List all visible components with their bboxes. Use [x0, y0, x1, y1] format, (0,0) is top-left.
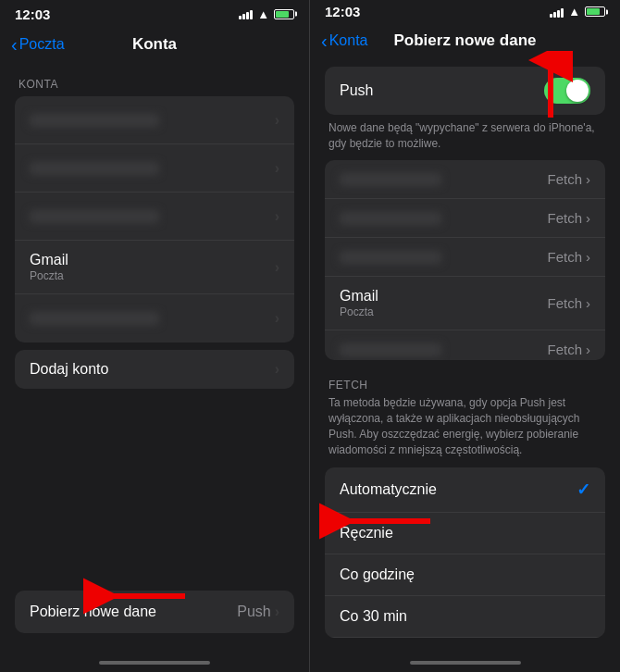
- fetch-option-30min-label: Co 30 min: [340, 608, 407, 625]
- checkmark-icon: ✓: [577, 479, 590, 500]
- toggle-thumb: [566, 80, 589, 102]
- account-row-2[interactable]: ›: [15, 144, 294, 193]
- home-indicator-right: [310, 645, 620, 672]
- fetch-section-label: FETCH: [310, 371, 620, 395]
- section-label-accounts: KONTA: [0, 67, 309, 96]
- account-row-1[interactable]: ›: [15, 96, 294, 144]
- fetch-label-1: Fetch ›: [547, 171, 590, 187]
- push-toggle[interactable]: [544, 78, 590, 104]
- account-blurred-3: [30, 210, 159, 223]
- r-account-row-1[interactable]: Fetch ›: [325, 160, 605, 199]
- spacer: [0, 396, 309, 591]
- r-account-blurred-1: [340, 173, 441, 186]
- r-account-type-gmail: Poczta: [340, 305, 378, 318]
- signal-icon: [550, 6, 564, 18]
- push-row[interactable]: Push: [325, 67, 605, 115]
- r-account-row-5[interactable]: Fetch ›: [325, 330, 605, 360]
- fetch-new-data-row[interactable]: Pobierz nowe dane Push ›: [15, 591, 294, 633]
- status-icons-left: ▲: [239, 7, 294, 21]
- wifi-icon: ▲: [568, 5, 580, 19]
- push-description: Nowe dane będą "wypychane" z serwera do …: [310, 115, 620, 161]
- chevron-right-icon: ›: [586, 249, 590, 265]
- page-title-left: Konta: [132, 35, 177, 54]
- fetch-label-gmail: Fetch ›: [547, 295, 590, 311]
- fetch-option-30min[interactable]: Co 30 min: [325, 596, 605, 638]
- chevron-right-icon: ›: [586, 295, 590, 311]
- r-account-blurred-2: [340, 212, 441, 225]
- chevron-right-icon: ›: [586, 210, 590, 226]
- fetch-option-hourly[interactable]: Co godzinę: [325, 554, 605, 596]
- right-panel: 12:03 ▲ ‹ Konta Pobierz nowe dane Push: [310, 0, 620, 672]
- fetch-label-5: Fetch ›: [547, 342, 590, 357]
- back-button-left[interactable]: ‹ Poczta: [11, 35, 65, 54]
- chevron-right-icon: ›: [275, 310, 279, 327]
- add-account-row[interactable]: Dodaj konto ›: [15, 350, 294, 389]
- chevron-left-icon: ‹: [321, 31, 328, 50]
- status-bar-left: 12:03 ▲: [0, 0, 309, 26]
- status-icons-right: ▲: [550, 5, 605, 19]
- account-blurred-2: [30, 162, 159, 175]
- signal-icon: [239, 8, 253, 19]
- chevron-left-icon: ‹: [11, 35, 18, 54]
- chevron-right-icon: ›: [586, 171, 590, 187]
- back-button-right[interactable]: ‹ Konta: [321, 31, 367, 50]
- chevron-right-icon: ›: [275, 160, 279, 177]
- chevron-right-icon: ›: [275, 259, 279, 276]
- push-value: Push: [237, 604, 270, 620]
- fetch-new-data-label: Pobierz nowe dane: [30, 604, 156, 620]
- battery-icon: [585, 6, 605, 17]
- add-account-group: Dodaj konto ›: [15, 350, 294, 389]
- fetch-option-manual-label: Ręcznie: [340, 525, 393, 541]
- fetch-option-auto-label: Automatycznie: [340, 481, 437, 498]
- account-row-5[interactable]: ›: [15, 294, 294, 342]
- nav-bar-left: ‹ Poczta Konta: [0, 26, 309, 67]
- account-name-gmail: Gmail: [30, 252, 68, 268]
- accounts-list-right: Fetch › Fetch › Fetch › Gmail Poczta: [325, 160, 605, 360]
- chevron-right-icon: ›: [275, 208, 279, 225]
- battery-icon: [274, 9, 294, 19]
- r-account-row-gmail[interactable]: Gmail Poczta Fetch ›: [325, 277, 605, 330]
- account-row-gmail[interactable]: Gmail Poczta ›: [15, 241, 294, 294]
- fetch-options-list: Automatycznie ✓ Ręcznie Co godzinę Co 30…: [325, 467, 605, 638]
- status-bar-right: 12:03 ▲: [310, 0, 620, 22]
- push-label: Push: [340, 82, 373, 99]
- account-blurred-5: [30, 312, 159, 325]
- r-account-name-gmail: Gmail: [340, 288, 378, 305]
- push-value-group: Push ›: [237, 604, 279, 620]
- chevron-right-icon: ›: [586, 342, 590, 357]
- r-account-blurred-3: [340, 251, 441, 264]
- fetch-option-hourly-label: Co godzinę: [340, 566, 415, 583]
- back-label-left: Poczta: [19, 36, 65, 53]
- nav-bar-right: ‹ Konta Pobierz nowe dane: [310, 22, 620, 63]
- chevron-right-icon: ›: [275, 112, 279, 129]
- time-right: 12:03: [325, 4, 360, 19]
- page-title-right: Pobierz nowe dane: [394, 31, 537, 50]
- account-blurred-1: [30, 114, 159, 127]
- add-account-label: Dodaj konto: [30, 361, 108, 378]
- account-row-3[interactable]: ›: [15, 193, 294, 241]
- fetch-description: Ta metoda będzie używana, gdy opcja Push…: [310, 395, 620, 467]
- wifi-icon: ▲: [257, 7, 269, 21]
- r-account-row-3[interactable]: Fetch ›: [325, 238, 605, 277]
- chevron-right-icon: ›: [275, 361, 279, 378]
- left-panel: 12:03 ▲ ‹ Poczta Konta KONTA ›: [0, 0, 310, 672]
- fetch-label-2: Fetch ›: [547, 210, 590, 226]
- fetch-option-manual[interactable]: Ręcznie: [325, 513, 605, 554]
- back-label-right: Konta: [329, 32, 368, 49]
- time-left: 12:03: [15, 6, 50, 22]
- home-indicator-left: [0, 641, 309, 672]
- fetch-label-3: Fetch ›: [547, 249, 590, 265]
- accounts-list-left: › › › Gmail Poczta › ›: [15, 96, 294, 342]
- account-type-gmail: Poczta: [30, 269, 68, 282]
- fetch-option-auto[interactable]: Automatycznie ✓: [325, 467, 605, 513]
- r-account-blurred-5: [340, 343, 441, 356]
- r-account-row-2[interactable]: Fetch ›: [325, 199, 605, 238]
- chevron-right-icon: ›: [275, 604, 279, 620]
